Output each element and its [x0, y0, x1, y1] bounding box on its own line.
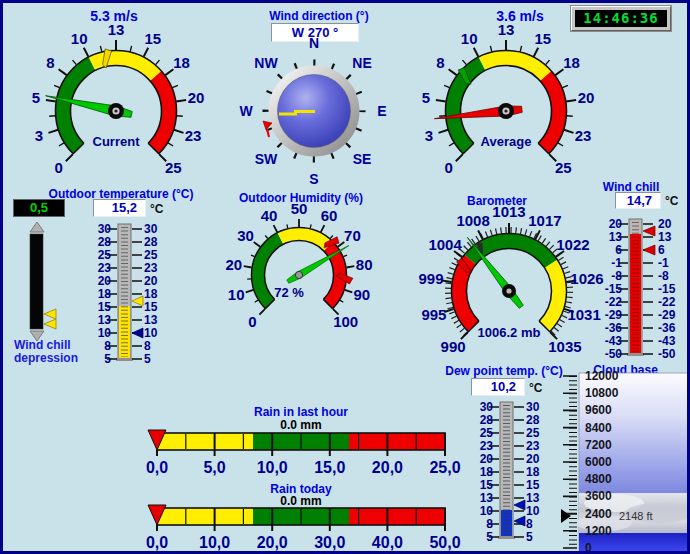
svg-text:20: 20 — [526, 452, 540, 466]
svg-text:0,0: 0,0 — [146, 459, 168, 476]
svg-text:20,0: 20,0 — [257, 534, 288, 551]
svg-text:40: 40 — [261, 207, 278, 224]
svg-text:25: 25 — [165, 159, 182, 176]
svg-text:23: 23 — [526, 439, 540, 453]
svg-text:18: 18 — [563, 54, 580, 71]
cloud-base-panel: 12000 10800 9600 8400 7200 6000 4800 360… — [559, 371, 690, 554]
svg-text:0: 0 — [55, 159, 63, 176]
thermo-scale-right: 30 28 25 23 20 18 15 13 10 8 5 — [144, 222, 158, 366]
svg-text:50,0: 50,0 — [429, 534, 460, 551]
rain-scale-labels: 0,0 5,0 10,0 15,0 20,0 25,0 — [146, 459, 461, 476]
svg-text:20: 20 — [578, 89, 595, 106]
svg-text:7200: 7200 — [585, 438, 612, 452]
slider-marker-2 — [44, 319, 56, 329]
svg-text:23: 23 — [98, 261, 112, 275]
svg-text:30: 30 — [237, 227, 254, 244]
bar-red — [349, 508, 445, 525]
svg-text:8: 8 — [104, 339, 111, 353]
svg-text:-8: -8 — [658, 269, 669, 283]
svg-text:3600: 3600 — [585, 489, 612, 503]
svg-text:18: 18 — [526, 465, 540, 479]
svg-text:20: 20 — [144, 274, 158, 288]
svg-text:13: 13 — [108, 21, 125, 38]
slider-up-arrow[interactable] — [30, 222, 44, 232]
svg-text:1022: 1022 — [556, 236, 589, 253]
thermo-base — [627, 353, 644, 356]
gauge-name: Current — [93, 134, 141, 149]
slider-track — [30, 234, 43, 329]
svg-text:8: 8 — [526, 517, 533, 531]
bar-yellow — [157, 508, 253, 525]
svg-text:6: 6 — [658, 243, 665, 257]
svg-text:-50: -50 — [658, 347, 676, 361]
svg-text:1035: 1035 — [548, 338, 581, 355]
thermo-scale-left: 20 13 6 -1 -8 -15 -22 -29 -36 -43 -50 — [605, 217, 623, 361]
svg-text:10: 10 — [480, 504, 494, 518]
svg-text:-36: -36 — [658, 321, 676, 335]
svg-text:1031: 1031 — [567, 306, 600, 323]
humidity-gauge: 0 10 20 30 40 50 60 70 80 90 100 72 % — [209, 193, 389, 355]
svg-text:NW: NW — [254, 55, 278, 71]
svg-text:-29: -29 — [658, 308, 676, 322]
hub-dot — [506, 288, 511, 293]
svg-text:13: 13 — [480, 491, 494, 505]
svg-text:-36: -36 — [605, 321, 623, 335]
svg-text:15: 15 — [534, 30, 551, 47]
svg-text:13: 13 — [658, 230, 672, 244]
svg-text:8: 8 — [436, 54, 444, 71]
svg-text:30,0: 30,0 — [314, 534, 345, 551]
svg-text:NE: NE — [352, 55, 371, 71]
svg-text:-43: -43 — [605, 334, 623, 348]
svg-text:25,0: 25,0 — [429, 459, 460, 476]
thermo-scale-left: 30 28 25 23 20 18 15 13 10 8 5 — [480, 400, 494, 544]
compass-needle-2 — [294, 110, 315, 113]
svg-text:10,0: 10,0 — [257, 459, 288, 476]
svg-text:10: 10 — [526, 504, 540, 518]
svg-text:30: 30 — [144, 222, 158, 236]
svg-text:1008: 1008 — [456, 212, 489, 229]
cloud-base-value: 2148 ft — [619, 510, 653, 522]
svg-text:8: 8 — [46, 54, 54, 71]
svg-text:30: 30 — [480, 400, 494, 414]
current-wind-gauge: 0 3 5 8 10 13 15 18 20 23 25 Current — [6, 3, 226, 183]
svg-text:28: 28 — [144, 235, 158, 249]
hub-center — [504, 109, 507, 112]
svg-text:20: 20 — [480, 452, 494, 466]
dew-point-value: 10,2 — [471, 378, 525, 396]
svg-text:1026: 1026 — [570, 270, 603, 287]
svg-text:10,0: 10,0 — [199, 534, 230, 551]
hub-center — [114, 109, 117, 112]
svg-text:6000: 6000 — [585, 455, 612, 469]
svg-text:E: E — [377, 103, 386, 119]
svg-text:28: 28 — [480, 413, 494, 427]
svg-text:40,0: 40,0 — [372, 534, 403, 551]
wind-direction-title: Wind direction (°) — [229, 9, 409, 23]
svg-text:80: 80 — [356, 256, 373, 273]
svg-text:5: 5 — [32, 89, 40, 106]
thermo-scale-right: 20 13 6 -1 -8 -15 -22 -29 -36 -43 -50 — [658, 217, 676, 361]
average-wind-gauge: 0 3 5 8 10 13 15 18 20 23 25 Average — [396, 3, 616, 183]
svg-text:4800: 4800 — [585, 472, 612, 486]
humidity-value: 72 % — [274, 285, 304, 300]
svg-text:20,0: 20,0 — [372, 459, 403, 476]
svg-text:-8: -8 — [611, 269, 622, 283]
svg-text:18: 18 — [144, 287, 158, 301]
svg-text:1004: 1004 — [428, 236, 462, 253]
svg-text:28: 28 — [98, 235, 112, 249]
svg-text:23: 23 — [575, 127, 592, 144]
wind-direction-compass: N NE E SE S SW W NW — [228, 33, 400, 193]
gauge-band — [452, 234, 567, 332]
svg-text:25: 25 — [555, 159, 572, 176]
svg-text:25: 25 — [98, 248, 112, 262]
svg-text:20: 20 — [98, 274, 112, 288]
svg-text:18: 18 — [480, 465, 494, 479]
svg-text:-43: -43 — [658, 334, 676, 348]
svg-text:90: 90 — [353, 286, 370, 303]
rain-hour-title: Rain in last hour — [223, 405, 379, 419]
svg-text:990: 990 — [441, 338, 466, 355]
svg-text:5,0: 5,0 — [203, 459, 225, 476]
svg-text:70: 70 — [344, 227, 361, 244]
svg-text:1017: 1017 — [528, 212, 561, 229]
svg-text:23: 23 — [185, 127, 202, 144]
outdoor-temp-thermometer: 30 28 25 23 20 18 15 13 10 8 5 30 28 25 … — [91, 221, 163, 367]
